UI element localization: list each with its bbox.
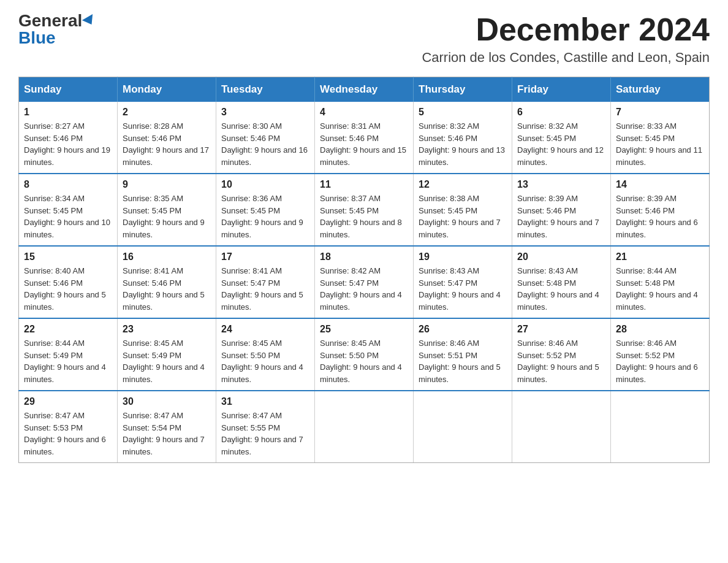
- calendar-cell: 21 Sunrise: 8:44 AMSunset: 5:48 PMDaylig…: [611, 246, 710, 318]
- day-number: 12: [419, 179, 507, 190]
- title-section: December 2024 Carrion de los Condes, Cas…: [422, 12, 710, 66]
- day-info: Sunrise: 8:43 AMSunset: 5:47 PMDaylight:…: [419, 266, 501, 312]
- day-number: 15: [24, 251, 112, 262]
- calendar-cell: 30 Sunrise: 8:47 AMSunset: 5:54 PMDaylig…: [118, 391, 216, 463]
- day-number: 16: [123, 251, 211, 262]
- month-title: December 2024: [422, 12, 710, 47]
- calendar-header-thursday: Thursday: [414, 77, 512, 102]
- calendar-header-sunday: Sunday: [19, 77, 118, 102]
- calendar-week-row: 1 Sunrise: 8:27 AMSunset: 5:46 PMDayligh…: [19, 102, 710, 174]
- calendar-cell: 9 Sunrise: 8:35 AMSunset: 5:45 PMDayligh…: [118, 174, 216, 246]
- day-info: Sunrise: 8:45 AMSunset: 5:49 PMDaylight:…: [123, 339, 205, 384]
- logo-general-text: General: [18, 12, 82, 29]
- day-number: 23: [123, 324, 211, 335]
- day-number: 19: [419, 251, 507, 262]
- day-number: 25: [320, 324, 408, 335]
- calendar-cell: 24 Sunrise: 8:45 AMSunset: 5:50 PMDaylig…: [216, 318, 315, 391]
- calendar-cell: 10 Sunrise: 8:36 AMSunset: 5:45 PMDaylig…: [216, 174, 315, 246]
- calendar-cell: 1 Sunrise: 8:27 AMSunset: 5:46 PMDayligh…: [19, 102, 118, 174]
- day-info: Sunrise: 8:32 AMSunset: 5:45 PMDaylight:…: [517, 121, 604, 167]
- day-info: Sunrise: 8:28 AMSunset: 5:46 PMDaylight:…: [123, 121, 209, 167]
- location-title: Carrion de los Condes, Castille and Leon…: [422, 50, 710, 66]
- calendar-header-wednesday: Wednesday: [315, 77, 414, 102]
- day-info: Sunrise: 8:40 AMSunset: 5:46 PMDaylight:…: [24, 266, 106, 312]
- day-info: Sunrise: 8:42 AMSunset: 5:47 PMDaylight:…: [320, 266, 402, 312]
- calendar-week-row: 22 Sunrise: 8:44 AMSunset: 5:49 PMDaylig…: [19, 318, 710, 391]
- calendar-cell: 14 Sunrise: 8:39 AMSunset: 5:46 PMDaylig…: [611, 174, 710, 246]
- day-number: 7: [616, 107, 704, 118]
- day-number: 11: [320, 179, 408, 190]
- logo-blue-text: Blue: [18, 29, 56, 47]
- day-number: 18: [320, 251, 408, 262]
- day-number: 2: [123, 107, 211, 118]
- calendar-header-monday: Monday: [118, 77, 216, 102]
- day-info: Sunrise: 8:46 AMSunset: 5:52 PMDaylight:…: [616, 339, 698, 384]
- calendar-cell: 15 Sunrise: 8:40 AMSunset: 5:46 PMDaylig…: [19, 246, 118, 318]
- calendar-cell: 26 Sunrise: 8:46 AMSunset: 5:51 PMDaylig…: [414, 318, 512, 391]
- calendar-cell: 2 Sunrise: 8:28 AMSunset: 5:46 PMDayligh…: [118, 102, 216, 174]
- calendar-week-row: 15 Sunrise: 8:40 AMSunset: 5:46 PMDaylig…: [19, 246, 710, 318]
- calendar-header-saturday: Saturday: [611, 77, 710, 102]
- calendar-cell: 31 Sunrise: 8:47 AMSunset: 5:55 PMDaylig…: [216, 391, 315, 463]
- calendar-header-tuesday: Tuesday: [216, 77, 315, 102]
- calendar-cell: 11 Sunrise: 8:37 AMSunset: 5:45 PMDaylig…: [315, 174, 414, 246]
- day-info: Sunrise: 8:30 AMSunset: 5:46 PMDaylight:…: [221, 121, 308, 167]
- day-number: 30: [123, 396, 211, 407]
- calendar-cell: 6 Sunrise: 8:32 AMSunset: 5:45 PMDayligh…: [512, 102, 611, 174]
- calendar-cell: 19 Sunrise: 8:43 AMSunset: 5:47 PMDaylig…: [414, 246, 512, 318]
- logo-triangle-icon: [82, 14, 97, 28]
- day-info: Sunrise: 8:47 AMSunset: 5:54 PMDaylight:…: [123, 411, 205, 456]
- day-info: Sunrise: 8:46 AMSunset: 5:52 PMDaylight:…: [517, 339, 599, 384]
- day-info: Sunrise: 8:36 AMSunset: 5:45 PMDaylight:…: [221, 194, 303, 239]
- calendar-cell: 29 Sunrise: 8:47 AMSunset: 5:53 PMDaylig…: [19, 391, 118, 463]
- day-number: 28: [616, 324, 704, 335]
- day-info: Sunrise: 8:37 AMSunset: 5:45 PMDaylight:…: [320, 194, 402, 239]
- day-number: 24: [221, 324, 309, 335]
- calendar-cell: 28 Sunrise: 8:46 AMSunset: 5:52 PMDaylig…: [611, 318, 710, 391]
- day-info: Sunrise: 8:46 AMSunset: 5:51 PMDaylight:…: [419, 339, 501, 384]
- calendar-week-row: 29 Sunrise: 8:47 AMSunset: 5:53 PMDaylig…: [19, 391, 710, 463]
- calendar-header-friday: Friday: [512, 77, 611, 102]
- day-info: Sunrise: 8:27 AMSunset: 5:46 PMDaylight:…: [24, 121, 110, 167]
- day-number: 31: [221, 396, 309, 407]
- day-number: 8: [24, 179, 112, 190]
- calendar-table: SundayMondayTuesdayWednesdayThursdayFrid…: [18, 77, 710, 463]
- calendar-week-row: 8 Sunrise: 8:34 AMSunset: 5:45 PMDayligh…: [19, 174, 710, 246]
- day-number: 22: [24, 324, 112, 335]
- day-number: 13: [517, 179, 605, 190]
- day-number: 21: [616, 251, 704, 262]
- day-number: 3: [221, 107, 309, 118]
- day-number: 5: [419, 107, 507, 118]
- day-info: Sunrise: 8:35 AMSunset: 5:45 PMDaylight:…: [123, 194, 205, 239]
- day-info: Sunrise: 8:47 AMSunset: 5:55 PMDaylight:…: [221, 411, 303, 456]
- calendar-cell: [414, 391, 512, 463]
- calendar-cell: 12 Sunrise: 8:38 AMSunset: 5:45 PMDaylig…: [414, 174, 512, 246]
- header: General Blue December 2024 Carrion de lo…: [18, 12, 710, 66]
- day-number: 17: [221, 251, 309, 262]
- day-number: 14: [616, 179, 704, 190]
- day-number: 20: [517, 251, 605, 262]
- day-info: Sunrise: 8:44 AMSunset: 5:48 PMDaylight:…: [616, 266, 698, 312]
- calendar-cell: 20 Sunrise: 8:43 AMSunset: 5:48 PMDaylig…: [512, 246, 611, 318]
- calendar-cell: 22 Sunrise: 8:44 AMSunset: 5:49 PMDaylig…: [19, 318, 118, 391]
- calendar-cell: 27 Sunrise: 8:46 AMSunset: 5:52 PMDaylig…: [512, 318, 611, 391]
- calendar-cell: 16 Sunrise: 8:41 AMSunset: 5:46 PMDaylig…: [118, 246, 216, 318]
- calendar-cell: [611, 391, 710, 463]
- calendar-cell: [512, 391, 611, 463]
- day-number: 1: [24, 107, 112, 118]
- calendar-cell: 3 Sunrise: 8:30 AMSunset: 5:46 PMDayligh…: [216, 102, 315, 174]
- calendar-cell: 8 Sunrise: 8:34 AMSunset: 5:45 PMDayligh…: [19, 174, 118, 246]
- day-info: Sunrise: 8:47 AMSunset: 5:53 PMDaylight:…: [24, 411, 106, 456]
- day-info: Sunrise: 8:45 AMSunset: 5:50 PMDaylight:…: [320, 339, 402, 384]
- day-info: Sunrise: 8:31 AMSunset: 5:46 PMDaylight:…: [320, 121, 406, 167]
- day-number: 10: [221, 179, 309, 190]
- calendar-cell: 25 Sunrise: 8:45 AMSunset: 5:50 PMDaylig…: [315, 318, 414, 391]
- day-info: Sunrise: 8:34 AMSunset: 5:45 PMDaylight:…: [24, 194, 110, 239]
- day-number: 9: [123, 179, 211, 190]
- calendar-cell: 7 Sunrise: 8:33 AMSunset: 5:45 PMDayligh…: [611, 102, 710, 174]
- day-info: Sunrise: 8:41 AMSunset: 5:47 PMDaylight:…: [221, 266, 303, 312]
- day-info: Sunrise: 8:43 AMSunset: 5:48 PMDaylight:…: [517, 266, 599, 312]
- day-number: 4: [320, 107, 408, 118]
- day-info: Sunrise: 8:39 AMSunset: 5:46 PMDaylight:…: [517, 194, 599, 239]
- calendar-cell: 4 Sunrise: 8:31 AMSunset: 5:46 PMDayligh…: [315, 102, 414, 174]
